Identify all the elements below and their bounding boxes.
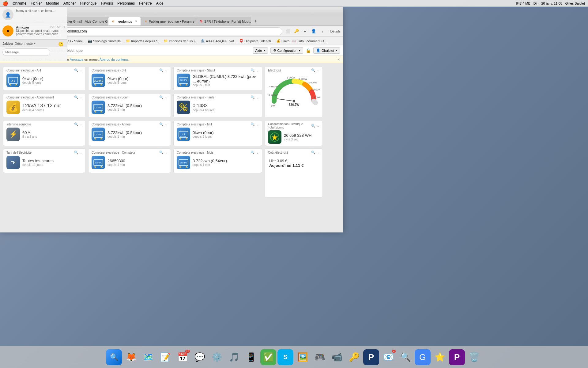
dock-item-facetime[interactable]: 📹 <box>329 349 345 365</box>
alert-link[interactable]: Arrosage <box>70 58 84 61</box>
user-icon: 👤 <box>316 48 320 52</box>
dock-item-calendar[interactable]: 📅 20 <box>175 349 190 365</box>
profile-icon[interactable]: 👤 <box>310 28 317 35</box>
tab-forum[interactable]: e Publier une réponse • Forum e... × <box>141 17 196 25</box>
widget-cpt-settings-icon[interactable]: ⌄ <box>165 151 168 155</box>
message-input[interactable] <box>2 48 50 56</box>
address-bar[interactable]: 🔒 https://secure.eedomus.com <box>32 27 282 35</box>
widget-tarif-search-icon[interactable]: 🔍 <box>251 95 255 99</box>
menu-fenetre[interactable]: Fenêtre <box>139 1 152 6</box>
widget-m1-search-icon[interactable]: 🔍 <box>251 122 255 126</box>
widget-a1-settings-icon[interactable]: ⌄ <box>80 68 82 72</box>
widget-te-search-icon[interactable]: 🔍 <box>74 151 78 155</box>
bookmark-digiposte[interactable]: 📮 Digiposte : identifi... <box>239 39 274 43</box>
menu-historique[interactable]: Historique <box>80 1 97 6</box>
widget-spring-settings-icon[interactable]: ⌄ <box>317 124 319 128</box>
dock-item-keychain[interactable]: 🔑 <box>346 349 362 365</box>
dock-item-star[interactable]: ⭐ <box>432 349 448 365</box>
apercu-link[interactable]: Aperçu du contenu <box>100 58 128 61</box>
dock-item-itunes[interactable]: 🎵 <box>226 349 242 365</box>
bookmark-axa[interactable]: 🏦 AXA BANQUE, vot... <box>201 39 237 43</box>
widget-cout-settings-icon[interactable]: ⌄ <box>317 151 319 155</box>
menu-personnes[interactable]: Personnes <box>117 1 135 6</box>
widget-compteur-icon: GLOBAL <box>92 156 105 169</box>
dock-item-firefox[interactable]: 🦊 <box>123 349 139 365</box>
tab-eedomus[interactable]: e eedomus × <box>108 17 141 25</box>
dock-item-pse[interactable]: P <box>363 349 379 365</box>
widget-31-settings-icon[interactable]: ⌄ <box>165 68 168 72</box>
widget-a1-search-icon[interactable]: 🔍 <box>74 68 78 72</box>
widget-statut-settings-icon[interactable]: ⌄ <box>256 68 259 72</box>
tab-close-eedomus[interactable]: × <box>135 20 137 23</box>
lock-page-icon[interactable]: 🔒 <box>306 48 311 53</box>
aide-button[interactable]: Aide ▾ <box>253 47 268 54</box>
configuration-button[interactable]: ⚙ Configuration ▾ <box>270 47 303 54</box>
dock-item-mail[interactable]: 📧 4 <box>380 349 396 365</box>
widget-int-settings-icon[interactable]: ⌄ <box>80 122 82 126</box>
widget-tarifs: Compteur electrique - Tarifs 🔍⌄ €⚡ 0.148… <box>173 93 262 118</box>
bookmark-synology[interactable]: 📷 Synology Surveilla... <box>88 39 124 43</box>
widget-spring-search-icon[interactable]: 🔍 <box>311 124 315 128</box>
widget-31-search-icon[interactable]: 🔍 <box>159 68 164 72</box>
widget-tarif-settings-icon[interactable]: ⌄ <box>256 95 259 99</box>
widget-compteur-value: 26659300 <box>107 159 125 163</box>
dock-item-browser2[interactable]: G <box>415 349 431 365</box>
widget-statut-search-icon[interactable]: 🔍 <box>251 68 255 72</box>
jabber-chevron[interactable]: ▾ <box>34 41 36 45</box>
menu-modifier[interactable]: Modifier <box>46 1 59 6</box>
user-button[interactable]: 👤 Gbajolet ▾ <box>313 47 340 54</box>
dock-item-skype[interactable]: S <box>277 349 293 365</box>
bookmark-importes2[interactable]: 📁 Importés depuis F... <box>164 39 198 43</box>
widget-mois-settings-icon[interactable]: ⌄ <box>256 151 259 155</box>
dock-item-photos[interactable]: 🖼️ <box>295 349 311 365</box>
widget-cout-search-icon[interactable]: 🔍 <box>311 151 315 155</box>
cast-icon[interactable]: ⬜ <box>284 28 292 35</box>
dock-item-appstore[interactable]: 📱 <box>243 349 259 365</box>
dock-item-tick[interactable]: ✅ <box>260 349 276 365</box>
bookmark-favicon-tuto: 📖 <box>292 39 296 43</box>
more-icon[interactable]: ⋮ <box>318 28 326 35</box>
widget-int-search-icon[interactable]: 🔍 <box>74 122 78 126</box>
emoji-icon[interactable]: 🙂 <box>58 42 63 47</box>
key-icon[interactable]: 🔑 <box>293 28 300 35</box>
menu-favoris[interactable]: Favoris <box>101 1 113 6</box>
dock-item-p-app[interactable]: P <box>449 349 465 365</box>
bookmark-tuto[interactable]: 📖 Tuto : comment ut... <box>292 39 327 43</box>
widget-cpt-search-icon[interactable]: 🔍 <box>159 151 164 155</box>
widget-cout-aujourdhui: Aujourd'hui 1.11 € <box>269 163 318 168</box>
bookmark-linxo[interactable]: 💰 Linxo <box>276 39 289 43</box>
dock-item-messages[interactable]: 💬 <box>192 349 208 365</box>
apple-menu[interactable]: 🍎 <box>2 1 8 6</box>
dock-item-maps[interactable]: 🗺️ <box>140 349 156 365</box>
widget-m1-title: Compteur electrique - M-1 🔍⌄ <box>177 122 259 126</box>
dock-item-notes[interactable]: 📝 <box>157 349 173 365</box>
dock-item-settings[interactable]: ⚙️ <box>209 349 225 365</box>
dock-item-search2[interactable]: 🔍 <box>398 349 413 365</box>
tab-sfr[interactable]: S SFR | Téléphone, Forfait Mobi... × <box>196 17 251 25</box>
widget-abo-settings-icon[interactable]: ⌄ <box>80 95 82 99</box>
menu-afficher[interactable]: Afficher <box>63 1 76 6</box>
widget-te-settings-icon[interactable]: ⌄ <box>80 151 82 155</box>
widget-jour-search-icon[interactable]: 🔍 <box>159 95 164 99</box>
widget-elec-search-icon[interactable]: 🔍 <box>311 68 315 72</box>
chat-content-2: Amazon 15/01/2019 Disponible au point re… <box>16 25 65 36</box>
new-tab-button[interactable]: + <box>251 17 260 25</box>
details-button[interactable]: Détails <box>330 29 341 33</box>
dock-item-game[interactable]: 🎮 <box>312 349 328 365</box>
bookmark-importes1[interactable]: 📁 Importés depuis S... <box>126 39 161 43</box>
bookmark-star-icon[interactable]: ★ <box>301 28 309 35</box>
widget-jour-settings-icon[interactable]: ⌄ <box>165 95 168 99</box>
widget-annee-settings-icon[interactable]: ⌄ <box>165 122 168 126</box>
dock-item-finder[interactable]: 🔍 <box>106 349 122 365</box>
widget-abo-search-icon[interactable]: 🔍 <box>74 95 78 99</box>
menu-chrome[interactable]: Chrome <box>13 1 26 6</box>
menu-fichier[interactable]: Fichier <box>31 1 42 6</box>
widget-elec-settings-icon[interactable]: ⌄ <box>317 68 319 72</box>
alert-close-button[interactable]: × <box>337 57 340 62</box>
widget-mois-search-icon[interactable]: 🔍 <box>251 151 255 155</box>
jabber-status: Déconnecté <box>15 42 33 45</box>
menu-aide[interactable]: Aide <box>156 1 164 6</box>
widget-m1-settings-icon[interactable]: ⌄ <box>256 122 259 126</box>
dock-item-trash[interactable]: 🗑️ <box>466 349 482 365</box>
widget-annee-search-icon[interactable]: 🔍 <box>159 122 164 126</box>
